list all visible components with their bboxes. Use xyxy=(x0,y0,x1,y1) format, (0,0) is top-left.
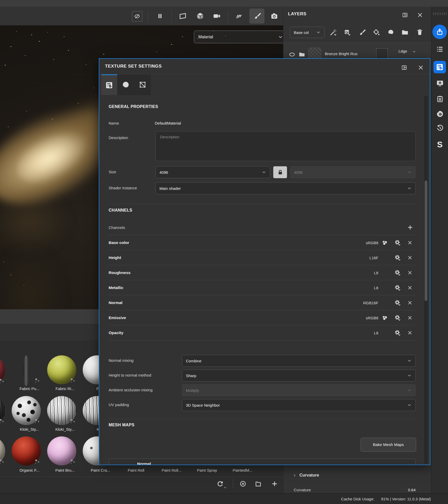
material-thumbnail[interactable] xyxy=(47,355,76,384)
layer-blend-mode[interactable]: Ldge xyxy=(398,49,407,53)
export-share-button[interactable] xyxy=(432,25,447,39)
tab-material-ball[interactable] xyxy=(117,74,134,95)
gear-settings-icon[interactable] xyxy=(394,269,401,276)
perspective-view-button[interactable] xyxy=(178,11,188,21)
add-channel-plus-icon[interactable] xyxy=(407,224,414,231)
gear-settings-icon[interactable] xyxy=(394,299,401,306)
gear-settings-icon[interactable] xyxy=(394,239,401,246)
material-thumbnail[interactable] xyxy=(47,396,76,425)
layers-channel-filter-dropdown[interactable]: Base col xyxy=(290,27,325,38)
split-panel-icon[interactable] xyxy=(402,12,408,18)
shelf-add-button[interactable] xyxy=(270,479,279,489)
channel-row[interactable]: Roughness L8 xyxy=(109,265,416,280)
folder-icon[interactable] xyxy=(401,28,409,36)
material-thumbnail[interactable] xyxy=(0,436,5,465)
channel-row[interactable]: Base color sRGB8 xyxy=(109,235,416,250)
description-field[interactable] xyxy=(156,131,416,161)
sidebar-texture-set-settings-button-active[interactable] xyxy=(433,61,446,73)
channel-row[interactable]: Opacity L8 xyxy=(109,325,416,341)
asset-name[interactable]: Paint Bru... xyxy=(47,468,83,472)
asset-name[interactable]: Fabric Pu... xyxy=(12,386,47,391)
normal-mixing-dropdown[interactable]: Combine xyxy=(182,355,416,367)
paint-tool-button-active[interactable] xyxy=(249,9,264,24)
bake-mesh-maps-button[interactable]: Bake Mesh Maps xyxy=(361,438,416,452)
remove-channel-icon[interactable] xyxy=(407,330,413,336)
material-thumbnail[interactable] xyxy=(47,436,76,465)
uv-padding-dropdown[interactable]: 3D Space Neighbor xyxy=(182,399,416,411)
asset-name[interactable]: Kloki_Sty... xyxy=(12,427,47,431)
sidebar-display-settings-button[interactable] xyxy=(431,79,448,87)
asset-name[interactable]: ty... xyxy=(0,427,12,431)
asset-name[interactable]: Paint Spray xyxy=(189,468,225,472)
channel-row[interactable]: Height L16F xyxy=(109,250,416,265)
material-thumbnail[interactable] xyxy=(12,396,41,425)
substance-logo[interactable]: S xyxy=(431,139,448,150)
fill-layer-icon[interactable] xyxy=(372,28,380,36)
paint-layer-icon[interactable] xyxy=(358,28,366,36)
smart-material-icon[interactable] xyxy=(387,28,395,36)
size-lock-button[interactable] xyxy=(273,166,287,178)
tab-uv-transform[interactable] xyxy=(134,74,151,95)
dialog-scrollbar-track[interactable] xyxy=(424,96,428,464)
split-panel-icon[interactable] xyxy=(401,64,407,71)
asset-name[interactable]: PaintedM... xyxy=(225,468,260,472)
height-method-dropdown[interactable]: Sharp xyxy=(182,370,416,381)
material-thumbnail[interactable] xyxy=(12,436,41,465)
curvature-section-header[interactable]: Curvature xyxy=(299,473,319,478)
channel-row[interactable]: Metallic L8 xyxy=(109,280,416,295)
layer-name[interactable]: Bronze Bright Rus xyxy=(325,52,358,56)
asset-name[interactable]: c ... xyxy=(0,468,12,472)
mesh-map-normal-row[interactable]: Normal xyxy=(109,459,416,465)
remove-channel-icon[interactable] xyxy=(407,315,413,321)
size-width-dropdown[interactable]: 4096 xyxy=(156,166,270,178)
close-icon[interactable] xyxy=(417,64,424,71)
layer-visibility-eye-icon[interactable] xyxy=(289,51,296,58)
cube-view-button[interactable] xyxy=(195,11,205,21)
shelf-clear-filter-button[interactable] xyxy=(238,479,248,489)
dialog-scrollbar-thumb[interactable] xyxy=(425,181,427,301)
magic-wand-icon[interactable] xyxy=(329,28,337,36)
viewport-mode-dropdown[interactable]: Material xyxy=(194,31,283,43)
remove-channel-icon[interactable] xyxy=(407,270,413,276)
collapse-chevron-icon[interactable] xyxy=(293,473,297,477)
remove-channel-icon[interactable] xyxy=(407,255,413,261)
trash-icon[interactable] xyxy=(416,28,424,36)
remove-channel-icon[interactable] xyxy=(407,285,413,291)
tab-texture-set-settings-active[interactable] xyxy=(101,74,117,95)
gear-settings-icon[interactable] xyxy=(394,329,401,336)
stamp-effect-icon[interactable] xyxy=(344,28,351,36)
camera-view-button[interactable] xyxy=(212,11,222,21)
asset-name[interactable]: Organic F... xyxy=(12,468,47,472)
asset-name[interactable]: Kloki_Sty... xyxy=(47,427,83,431)
close-icon[interactable] xyxy=(417,12,423,18)
asset-name[interactable]: Ny... xyxy=(0,386,12,391)
sidebar-layers-button[interactable] xyxy=(431,45,448,53)
channel-row[interactable]: Normal RGB16F xyxy=(109,295,416,310)
asset-name[interactable]: Paint Roll... xyxy=(154,468,189,472)
asset-name[interactable]: Paint Cra... xyxy=(83,468,118,472)
gear-settings-icon[interactable] xyxy=(394,254,401,261)
shelf-folder-button[interactable] xyxy=(253,479,263,489)
remove-channel-icon[interactable] xyxy=(407,300,413,306)
remove-channel-icon[interactable] xyxy=(407,240,413,246)
shader-instance-dropdown[interactable]: Main shader xyxy=(156,182,416,194)
gear-settings-icon[interactable] xyxy=(394,314,401,321)
chevron-down-icon[interactable] xyxy=(223,486,227,489)
sidebar-history-button[interactable] xyxy=(431,124,448,132)
asset-name[interactable]: Paint Roll xyxy=(118,468,154,472)
asset-name[interactable]: Fabric Ri... xyxy=(47,386,83,391)
pause-engine-button[interactable] xyxy=(155,11,165,21)
sidebar-log-button[interactable] xyxy=(431,95,448,103)
material-thumbnail[interactable] xyxy=(0,396,5,425)
hide-selection-button[interactable] xyxy=(132,11,142,21)
sidebar-shader-settings-button[interactable] xyxy=(431,110,448,118)
grip-handle[interactable] xyxy=(433,12,446,15)
curvature-value[interactable]: 0.64 xyxy=(387,488,416,492)
channel-row[interactable]: Emissive sRGB8 xyxy=(109,310,416,325)
particles-tool-button[interactable] xyxy=(234,11,244,21)
material-thumbnail[interactable] xyxy=(12,355,41,384)
screenshot-button[interactable] xyxy=(269,11,279,21)
gear-settings-icon[interactable] xyxy=(394,284,401,291)
name-value[interactable]: DefaultMaterial xyxy=(155,121,181,125)
material-thumbnail[interactable] xyxy=(0,356,5,385)
